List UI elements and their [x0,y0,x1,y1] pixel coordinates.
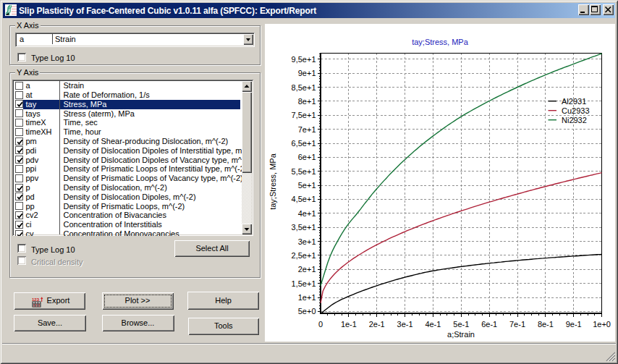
svg-text:Ni2932: Ni2932 [562,116,587,124]
svg-text:3e-1: 3e-1 [397,320,413,329]
svg-text:3,5e+1: 3,5e+1 [292,223,316,232]
svg-text:4e+1: 4e+1 [298,209,316,218]
svg-text:0: 0 [318,320,323,329]
svg-text:a;Strain: a;Strain [447,330,475,339]
svg-text:tay;Stress, MPa: tay;Stress, MPa [268,153,277,210]
svg-text:123: 123 [32,297,40,302]
svg-text:7,5e+1: 7,5e+1 [292,111,316,119]
svg-text:7e-1: 7e-1 [509,320,525,329]
svg-text:1e+1: 1e+1 [298,293,316,302]
svg-text:5e-1: 5e-1 [453,320,469,329]
svg-text:9,5e+1: 9,5e+1 [292,55,316,64]
svg-text:1,5e+1: 1,5e+1 [292,279,316,288]
svg-text:8e-1: 8e-1 [538,320,554,329]
svg-text:6e-1: 6e-1 [481,320,497,329]
svg-text:5e+0: 5e+0 [298,307,316,316]
svg-text:5,5e+1: 5,5e+1 [292,167,316,176]
svg-text:Al2931: Al2931 [562,97,586,106]
svg-text:4e-1: 4e-1 [425,320,441,329]
svg-text:9e-1: 9e-1 [566,320,582,329]
svg-text:4,5e+1: 4,5e+1 [292,195,316,203]
svg-text:8e+1: 8e+1 [298,97,316,106]
svg-text:Cu2933: Cu2933 [562,106,590,115]
svg-text:2,5e+1: 2,5e+1 [292,251,316,260]
svg-text:tay;Stress, MPa: tay;Stress, MPa [412,38,469,46]
svg-text:1e+0: 1e+0 [593,320,611,329]
svg-text:7e+1: 7e+1 [298,125,316,134]
svg-text:2e+1: 2e+1 [298,265,316,274]
svg-text:1e-1: 1e-1 [341,320,357,329]
svg-text:5e+1: 5e+1 [298,181,316,190]
svg-text:9e+1: 9e+1 [298,69,316,77]
svg-text:3e+1: 3e+1 [298,237,316,246]
svg-text:8,5e+1: 8,5e+1 [292,83,316,92]
svg-text:6e+1: 6e+1 [298,153,316,161]
svg-text:2e-1: 2e-1 [369,320,385,329]
svg-text:6,5e+1: 6,5e+1 [292,139,316,148]
